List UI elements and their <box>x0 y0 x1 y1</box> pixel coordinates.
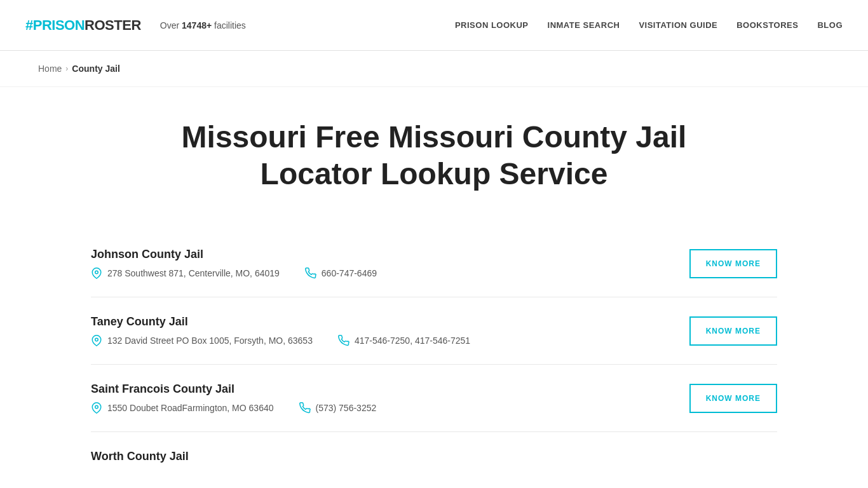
listing-item: Taney County Jail 132 David Street PO Bo… <box>91 297 777 365</box>
phone-icon <box>299 402 311 414</box>
listing-address: 132 David Street PO Box 1005, Forsyth, M… <box>91 335 313 346</box>
know-more-button[interactable]: KNOW MORE <box>689 384 777 413</box>
pin-icon <box>91 335 102 346</box>
know-more-button[interactable]: KNOW MORE <box>689 249 777 278</box>
breadcrumb-current: County Jail <box>72 64 119 74</box>
site-header: #PRISONROSTER Over 14748+ facilities PRI… <box>0 0 868 51</box>
pin-icon <box>91 268 102 279</box>
header-tagline: Over 14748+ facilities <box>160 20 246 30</box>
listing-name: Taney County Jail <box>91 315 664 329</box>
listing-phone: 417-546-7250, 417-546-7251 <box>338 335 470 346</box>
breadcrumb-separator: › <box>65 64 68 73</box>
listing-phone: 660-747-6469 <box>305 268 377 279</box>
nav-bookstores[interactable]: BOOKSTORES <box>736 20 798 30</box>
pin-icon <box>91 402 102 414</box>
logo-prison: PRISON <box>33 17 85 34</box>
listing-name: Johnson County Jail <box>91 248 664 261</box>
listing-phone: (573) 756-3252 <box>299 402 377 414</box>
breadcrumb-home[interactable]: Home <box>38 64 62 74</box>
breadcrumb: Home › County Jail <box>0 51 868 87</box>
phone-text: 660-747-6469 <box>322 268 377 278</box>
know-more-button[interactable]: KNOW MORE <box>689 316 777 346</box>
phone-text: 417-546-7250, 417-546-7251 <box>355 336 470 346</box>
listing-details: 278 Southwest 871, Centerville, MO, 6401… <box>91 268 664 279</box>
logo-roster: ROSTER <box>85 17 141 34</box>
svg-point-2 <box>95 405 98 409</box>
address-text: 132 David Street PO Box 1005, Forsyth, M… <box>107 336 313 346</box>
address-text: 1550 Doubet RoadFarmington, MO 63640 <box>107 403 274 413</box>
address-text: 278 Southwest 871, Centerville, MO, 6401… <box>107 268 280 278</box>
listing-details: 1550 Doubet RoadFarmington, MO 63640 (57… <box>91 402 664 414</box>
phone-icon <box>338 335 349 346</box>
site-logo[interactable]: #PRISONROSTER <box>25 17 141 34</box>
listing-details: 132 David Street PO Box 1005, Forsyth, M… <box>91 335 664 346</box>
svg-point-0 <box>95 271 98 274</box>
listing-info: Taney County Jail 132 David Street PO Bo… <box>91 315 664 346</box>
listing-name: Saint Francois County Jail <box>91 383 664 396</box>
svg-point-1 <box>95 338 98 341</box>
listing-info: Johnson County Jail 278 Southwest 871, C… <box>91 248 664 279</box>
phone-text: (573) 756-3252 <box>316 403 377 413</box>
main-nav: PRISON LOOKUP INMATE SEARCH VISITATION G… <box>455 20 843 30</box>
listing-item-partial: Worth County Jail <box>91 432 777 463</box>
nav-inmate-search[interactable]: INMATE SEARCH <box>548 20 620 30</box>
listing-name: Worth County Jail <box>91 450 777 463</box>
listing-item: Johnson County Jail 278 Southwest 871, C… <box>91 230 777 297</box>
logo-hash: # <box>25 17 33 34</box>
page-title: Missouri Free Missouri County Jail Locat… <box>91 87 777 230</box>
main-content: Missouri Free Missouri County Jail Locat… <box>53 87 815 488</box>
nav-visitation-guide[interactable]: VISITATION GUIDE <box>639 20 717 30</box>
listing-address: 1550 Doubet RoadFarmington, MO 63640 <box>91 402 274 414</box>
phone-icon <box>305 268 316 279</box>
listing-address: 278 Southwest 871, Centerville, MO, 6401… <box>91 268 280 279</box>
listing-item: Saint Francois County Jail 1550 Doubet R… <box>91 365 777 432</box>
nav-blog[interactable]: BLOG <box>817 20 843 30</box>
listing-info: Saint Francois County Jail 1550 Doubet R… <box>91 383 664 414</box>
nav-prison-lookup[interactable]: PRISON LOOKUP <box>455 20 529 30</box>
